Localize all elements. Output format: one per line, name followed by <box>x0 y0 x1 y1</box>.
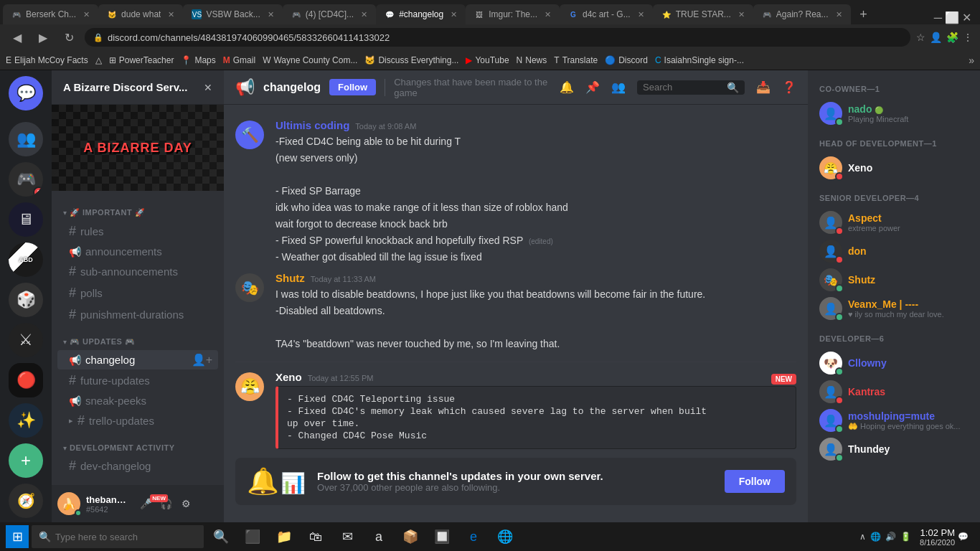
settings-button[interactable]: ⚙ <box>177 495 194 512</box>
taskbar-app1[interactable]: 🔲 <box>428 522 456 551</box>
channel-rules[interactable]: # rules <box>57 221 218 242</box>
pin-icon[interactable]: 📌 <box>585 80 600 94</box>
member-item[interactable]: 😤 Xeno <box>814 154 974 182</box>
bookmark-news[interactable]: N News <box>517 55 547 65</box>
follow-channel-button[interactable]: Follow <box>329 79 376 95</box>
taskbar-mail[interactable]: ✉ <box>333 522 362 551</box>
bookmark-alight[interactable]: △ <box>95 55 102 65</box>
menu-icon[interactable]: ⋮ <box>963 32 973 43</box>
taskbar-search-button[interactable]: 🔍 <box>207 522 235 551</box>
start-button[interactable]: ⊞ <box>6 525 29 548</box>
member-item[interactable]: 👤 don <box>814 237 974 265</box>
member-item[interactable]: 👤 moshulping=mute 🤲 Hoping everything go… <box>814 406 974 435</box>
server-icon-4[interactable]: 🎲 <box>9 283 43 317</box>
explore-servers-button[interactable]: 🧭 <box>9 484 43 518</box>
tab-close[interactable]: ✕ <box>83 10 90 19</box>
server-header[interactable]: A Bizarre Discord Serv... ✕ <box>52 70 224 105</box>
bookmark-elijah[interactable]: E Elijah McCoy Facts <box>6 55 88 65</box>
search-input[interactable] <box>643 82 722 93</box>
bookmark-maps[interactable]: 📍 Maps <box>181 55 215 65</box>
category-updates[interactable]: ▾ 🎮 UPDATES 🎮 <box>52 326 224 349</box>
server-icon-3[interactable]: 🖥 <box>9 202 43 237</box>
server-icon-6[interactable]: 🔴 <box>9 363 43 397</box>
maximize-button[interactable]: ⬜ <box>945 11 959 24</box>
bookmark-translate[interactable]: T Translate <box>554 55 598 65</box>
extensions-icon[interactable]: 🧩 <box>946 32 958 43</box>
bookmark-discord[interactable]: 🔵 Discord <box>605 55 648 65</box>
taskbar-edge[interactable]: e <box>459 522 488 551</box>
tab-google[interactable]: G d4c art - G... ✕ <box>560 4 653 24</box>
tab-cd4c[interactable]: 🎮 (4) [CD4C]... ✕ <box>283 4 376 24</box>
bookmark-youtube[interactable]: ▶ YouTube <box>466 55 509 65</box>
member-item[interactable]: 👤 Kantras <box>814 377 974 406</box>
forward-button[interactable]: ▶ <box>33 27 53 47</box>
member-item[interactable]: 👤 Veanx_Me | ---- ♥ ily so much my dear … <box>814 294 974 323</box>
tab-close[interactable]: ✕ <box>268 10 274 19</box>
tab-changelog[interactable]: 💬 #changelog ✕ <box>376 4 466 24</box>
taskbar-chrome[interactable]: 🌐 <box>491 522 519 551</box>
back-button[interactable]: ◀ <box>7 27 27 47</box>
new-tab-button[interactable]: + <box>854 4 874 24</box>
volume-icon[interactable]: 🔊 <box>885 532 896 542</box>
tab-close[interactable]: ✕ <box>451 10 457 19</box>
server-icon-2[interactable]: 🎮 2 <box>9 162 43 197</box>
message-username[interactable]: Xeno <box>275 371 302 383</box>
url-bar[interactable]: 🔒 discord.com/channels/48438197406099046… <box>85 28 910 47</box>
tab-close[interactable]: ✕ <box>168 10 174 19</box>
server-icon-1[interactable]: 👥 <box>9 122 43 156</box>
server-icon-bizarre[interactable]: ABD <box>9 242 43 277</box>
tab-truestar[interactable]: ⭐ TRUE STAR... ✕ <box>653 4 753 24</box>
bookmark-discuss[interactable]: 🐱 Discuss Everything... <box>364 55 458 65</box>
help-icon[interactable]: ❓ <box>782 80 796 94</box>
member-item[interactable]: 👤 Thundey <box>814 435 974 463</box>
discord-home-button[interactable]: 💬 <box>9 76 43 110</box>
members-icon[interactable]: 👥 <box>611 80 626 94</box>
tab-close[interactable]: ✕ <box>545 10 551 19</box>
battery-icon[interactable]: 🔋 <box>900 532 911 542</box>
taskbar-amazon[interactable]: a <box>364 522 393 551</box>
bookmark-powerteacher[interactable]: ⊞ PowerTeacher <box>109 55 174 65</box>
chat-search-box[interactable]: 🔍 <box>637 80 745 95</box>
tab-close[interactable]: ✕ <box>638 10 644 19</box>
taskbar-explorer[interactable]: 📁 <box>270 522 298 551</box>
tab-close[interactable]: ✕ <box>836 10 842 19</box>
tab-close[interactable]: ✕ <box>361 10 367 19</box>
bookmark-isaijah[interactable]: C IsaiahnSingle sign-... <box>655 55 744 65</box>
follow-banner-button[interactable]: Follow <box>725 470 785 493</box>
add-server-button[interactable]: + <box>9 443 43 478</box>
message-username[interactable]: Ultimis coding <box>275 119 349 131</box>
taskbar-search[interactable]: 🔍 <box>32 525 204 548</box>
taskbar-dropbox[interactable]: 📦 <box>396 522 425 551</box>
server-icon-5[interactable]: ⚔ <box>9 323 43 357</box>
profile-icon[interactable]: 👤 <box>930 32 942 43</box>
close-browser-button[interactable]: ✕ <box>962 11 971 24</box>
add-member-icon[interactable]: 👤+ <box>192 353 212 367</box>
channel-sub-announcements[interactable]: # sub-announcements <box>57 261 218 282</box>
user-avatar[interactable]: 🍌 <box>57 492 80 515</box>
tab-again[interactable]: 🎮 Again? Rea... ✕ <box>753 4 851 24</box>
bookmark-gmail[interactable]: M Gmail <box>223 55 255 65</box>
tab-imgur[interactable]: 🖼 Imgur: The... ✕ <box>466 4 560 24</box>
channel-sneak-peeks[interactable]: 📢 sneak-peeks <box>57 392 218 410</box>
channel-announcements[interactable]: 📢 announcements <box>57 242 218 260</box>
taskbar-task-view[interactable]: ⬛ <box>238 522 267 551</box>
taskbar-clock[interactable]: 1:02 PM 8/16/2020 <box>920 527 955 547</box>
channel-changelog[interactable]: 📢 changelog 👤+ <box>57 350 218 369</box>
notification-bell-icon[interactable]: 🔔 <box>560 80 574 94</box>
channel-future-updates[interactable]: # future-updates <box>57 370 218 391</box>
server-icon-7[interactable]: ✨ <box>9 403 43 438</box>
message-username[interactable]: Shutz <box>275 272 305 284</box>
category-dev-activity[interactable]: ▾ DEVELOPMENT ACTIVITY <box>52 432 224 455</box>
taskbar-search-input[interactable] <box>55 532 197 542</box>
tab-close[interactable]: ✕ <box>738 10 745 19</box>
taskbar-store[interactable]: 🛍 <box>301 522 330 551</box>
tray-arrow-icon[interactable]: ∧ <box>859 532 866 542</box>
member-item[interactable]: 👤 nado 🟢 Playing Minecraft <box>814 99 974 128</box>
network-icon[interactable]: 🌐 <box>870 532 881 542</box>
channel-punishment-durations[interactable]: # punishment-durations <box>57 304 218 325</box>
bookmark-star-icon[interactable]: ☆ <box>916 32 925 43</box>
tab-dude[interactable]: 🐱 dude what ✕ <box>98 4 183 24</box>
notification-icon[interactable]: 💬 <box>958 532 969 542</box>
tab-berserk[interactable]: 🎮 Berserk Ch... ✕ <box>3 4 98 24</box>
channel-polls[interactable]: # polls <box>57 283 218 303</box>
